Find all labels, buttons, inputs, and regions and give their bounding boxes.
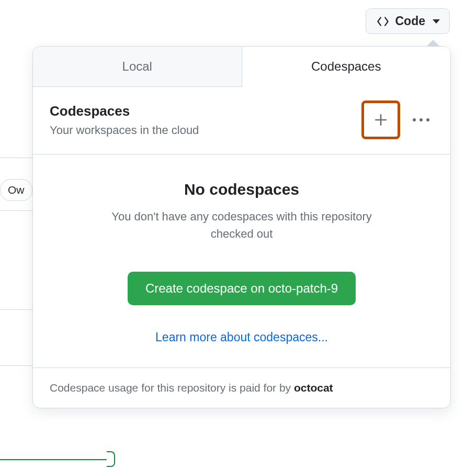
empty-state-title: No codespaces — [50, 181, 434, 198]
codespaces-subtitle: Your workspaces in the cloud — [50, 124, 199, 137]
kebab-dot-icon — [420, 118, 423, 121]
codespaces-header-text: Codespaces Your workspaces in the cloud — [50, 103, 199, 137]
bg-pill-owner: Ow — [0, 179, 32, 201]
tab-local[interactable]: Local — [33, 47, 242, 87]
code-dropdown: Local Codespaces Codespaces Your workspa… — [32, 46, 451, 408]
kebab-dot-icon — [413, 118, 416, 121]
bg-divider — [0, 309, 34, 310]
create-codespace-button[interactable] — [361, 101, 400, 139]
create-codespace-on-branch-button[interactable]: Create codespace on octo-patch-9 — [128, 272, 356, 305]
code-button[interactable]: Code — [366, 8, 450, 34]
learn-more-link[interactable]: Learn more about codespaces... — [50, 330, 434, 344]
bg-green-accent — [0, 459, 115, 460]
footer-payer: octocat — [294, 382, 333, 394]
footer-prefix: Codespace usage for this repository is p… — [50, 382, 294, 394]
code-button-label: Code — [395, 14, 426, 28]
codespaces-header: Codespaces Your workspaces in the cloud — [33, 87, 450, 154]
dropdown-tabs: Local Codespaces — [33, 47, 450, 87]
codespaces-options-button[interactable] — [409, 114, 434, 126]
bg-divider — [0, 158, 34, 158]
bg-divider — [0, 210, 34, 211]
bg-green-cap — [107, 451, 115, 467]
tab-codespaces[interactable]: Codespaces — [242, 47, 451, 87]
kebab-dot-icon — [426, 118, 429, 121]
empty-state-description: You don't have any codespaces with this … — [106, 208, 378, 242]
chevron-down-icon — [433, 19, 440, 24]
dropdown-pointer — [427, 40, 439, 47]
bg-divider — [0, 365, 34, 366]
codespaces-empty-state: No codespaces You don't have any codespa… — [33, 154, 450, 368]
code-icon — [376, 16, 390, 27]
codespaces-footer: Codespace usage for this repository is p… — [33, 368, 450, 408]
plus-icon — [374, 113, 388, 127]
codespaces-title: Codespaces — [50, 103, 199, 119]
codespaces-header-actions — [361, 101, 434, 139]
